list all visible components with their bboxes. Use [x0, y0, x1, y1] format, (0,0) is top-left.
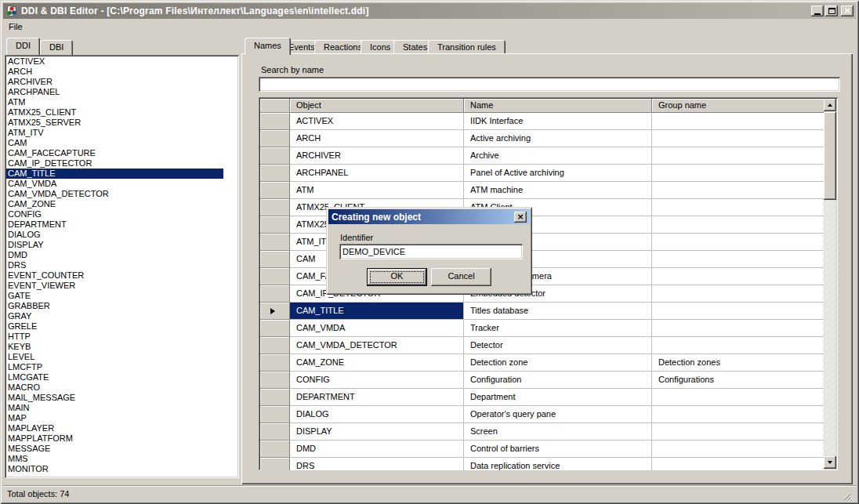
list-item[interactable]: CAM_IP_DETECTOR	[6, 158, 223, 169]
name-cell[interactable]: Control of barriers	[464, 441, 652, 458]
group-name-cell[interactable]: Detection zones	[652, 354, 824, 372]
list-item[interactable]: DIALOG	[6, 230, 223, 240]
name-cell[interactable]: Tracker	[464, 320, 652, 337]
row-selector-cell[interactable]	[260, 130, 290, 147]
dialog-title-bar[interactable]: Creating new object ×	[328, 209, 530, 224]
row-selector-cell[interactable]	[260, 423, 290, 441]
table-scrollbar[interactable]	[824, 99, 836, 469]
table-row[interactable]: CONFIG Configuration Configurations	[260, 372, 824, 389]
name-cell[interactable]: IIDK Interface	[464, 113, 652, 130]
group-name-cell[interactable]	[652, 182, 824, 199]
row-selector-cell[interactable]	[260, 372, 290, 389]
group-name-cell[interactable]	[652, 285, 824, 303]
object-cell[interactable]: DEPARTMENT	[290, 389, 464, 406]
table-row[interactable]: DMD Control of barriers	[260, 441, 824, 458]
object-list[interactable]: ACTIVEX ARCH ARCHIVER ARCHPANEL ATM ATMX…	[5, 55, 239, 478]
object-cell[interactable]: ACTIVEX	[290, 113, 464, 130]
table-row[interactable]: CAM_VMDA Tracker	[260, 320, 824, 337]
row-selector-cell[interactable]	[260, 165, 290, 182]
group-name-cell[interactable]	[652, 389, 824, 406]
dialog-close-button[interactable]: ×	[514, 212, 527, 223]
table-scroll-down-button[interactable]	[824, 456, 836, 469]
row-selector-cell[interactable]	[260, 182, 290, 199]
group-name-cell[interactable]	[652, 303, 824, 320]
object-cell[interactable]: DIALOG	[290, 406, 464, 423]
list-item[interactable]: DEPARTMENT	[6, 219, 223, 230]
name-cell[interactable]: Operator's query pane	[464, 406, 652, 423]
tab-names[interactable]: Names	[245, 38, 291, 55]
minimize-button[interactable]	[811, 5, 824, 16]
row-selector-cell[interactable]	[260, 234, 290, 251]
list-item[interactable]: ATM	[6, 97, 223, 107]
table-row[interactable]: CAM_ZONE Detection zone Detection zones	[260, 354, 824, 372]
list-item[interactable]: GRABBER	[6, 301, 223, 311]
list-item[interactable]: DRS	[6, 260, 223, 270]
name-cell[interactable]: Active archiving	[464, 130, 652, 147]
group-name-cell[interactable]	[652, 113, 824, 130]
group-name-cell[interactable]	[652, 147, 824, 165]
name-cell[interactable]: Department	[464, 389, 652, 406]
row-selector-cell[interactable]	[260, 458, 290, 470]
object-cell[interactable]: ARCHIVER	[290, 147, 464, 165]
row-selector-cell[interactable]	[260, 389, 290, 406]
table-row[interactable]: CAM_VMDA_DETECTOR Detector	[260, 337, 824, 354]
list-item[interactable]: MAP	[6, 413, 223, 423]
object-cell[interactable]: CAM_VMDA	[290, 320, 464, 337]
list-item[interactable]: CAM_TITLE	[6, 169, 223, 179]
name-cell[interactable]: Screen	[464, 423, 652, 441]
object-cell[interactable]: CAM_TITLE	[290, 303, 464, 320]
title-bar[interactable]: DDI & DBI Editor - [C:\Program Files\Инт…	[3, 3, 856, 19]
row-selector-cell[interactable]	[260, 303, 290, 320]
list-item[interactable]: GATE	[6, 291, 223, 301]
name-cell[interactable]: Configuration	[464, 372, 652, 389]
group-name-cell[interactable]	[652, 216, 824, 234]
list-item[interactable]: DMD	[6, 250, 223, 260]
header-indicator-column[interactable]	[260, 99, 290, 113]
list-item[interactable]: ARCHPANEL	[6, 87, 223, 97]
group-name-cell[interactable]: Configurations	[652, 372, 824, 389]
list-item[interactable]: EVENT_COUNTER	[6, 270, 223, 281]
list-item[interactable]: MONITOR	[6, 464, 223, 474]
object-cell[interactable]: CONFIG	[290, 372, 464, 389]
list-item[interactable]: EVENT_VIEWER	[6, 281, 223, 291]
list-item[interactable]: CAM_VMDA_DETECTOR	[6, 189, 223, 199]
group-name-cell[interactable]	[652, 165, 824, 182]
object-cell[interactable]: CAM_VMDA_DETECTOR	[290, 337, 464, 354]
list-item[interactable]: CAM_ZONE	[6, 199, 223, 209]
list-item[interactable]: CAM	[6, 138, 223, 148]
table-scroll-thumb[interactable]	[824, 112, 836, 200]
search-input[interactable]	[259, 77, 840, 92]
table-row[interactable]: ARCHIVER Archive	[260, 147, 824, 165]
table-row[interactable]: DEPARTMENT Department	[260, 389, 824, 406]
list-item[interactable]: ATMX25_SERVER	[6, 118, 223, 128]
list-item[interactable]: ARCHIVER	[6, 77, 223, 87]
row-selector-cell[interactable]	[260, 285, 290, 303]
list-item[interactable]: ACTIVEX	[6, 56, 223, 67]
group-name-cell[interactable]	[652, 406, 824, 423]
object-cell[interactable]: ARCHPANEL	[290, 165, 464, 182]
group-name-cell[interactable]	[652, 268, 824, 285]
list-item[interactable]: KEYB	[6, 342, 223, 352]
name-cell[interactable]: ATM machine	[464, 182, 652, 199]
object-cell[interactable]: CAM_ZONE	[290, 354, 464, 372]
name-cell[interactable]: Titles database	[464, 303, 652, 320]
object-cell[interactable]: ARCH	[290, 130, 464, 147]
group-name-cell[interactable]	[652, 234, 824, 251]
row-selector-cell[interactable]	[260, 441, 290, 458]
list-item[interactable]: CONFIG	[6, 209, 223, 219]
group-name-cell[interactable]	[652, 458, 824, 470]
list-item[interactable]: GRAY	[6, 311, 223, 321]
object-cell[interactable]: DRS	[290, 458, 464, 470]
list-item[interactable]: MMS	[6, 454, 223, 464]
list-item[interactable]: MAIL_MESSAGE	[6, 393, 223, 403]
list-item[interactable]: MESSAGE	[6, 444, 223, 454]
header-group-name-column[interactable]: Group name	[652, 99, 824, 113]
table-row[interactable]: DISPLAY Screen	[260, 423, 824, 441]
cancel-button[interactable]: Cancel	[431, 268, 491, 286]
row-selector-cell[interactable]	[260, 406, 290, 423]
table-row[interactable]: ARCH Active archiving	[260, 130, 824, 147]
name-cell[interactable]: Archive	[464, 147, 652, 165]
header-object-column[interactable]: Object	[290, 99, 464, 113]
resize-grip[interactable]	[842, 491, 852, 502]
table-row[interactable]: ATM ATM machine	[260, 182, 824, 199]
